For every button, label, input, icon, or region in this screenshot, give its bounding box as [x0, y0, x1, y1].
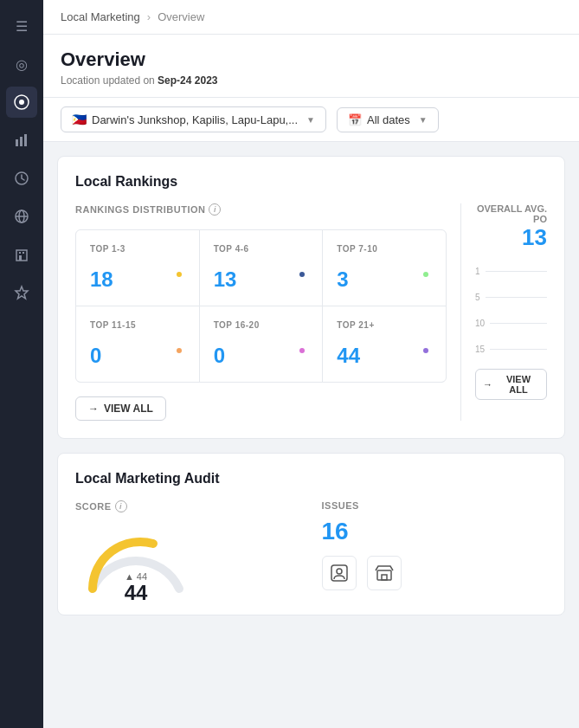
- svg-rect-10: [19, 255, 22, 261]
- ranking-cell-top16-20: TOP 16-20 0: [200, 306, 323, 382]
- breadcrumb-separator: ›: [147, 10, 151, 23]
- svg-rect-17: [382, 575, 387, 580]
- ranking-count: 3: [337, 267, 432, 292]
- ranking-count: 0: [214, 344, 309, 368]
- ranking-dot: [177, 348, 182, 353]
- sidebar: ☰ ◎: [0, 0, 43, 728]
- overall-avg-value: 13: [475, 224, 547, 251]
- ranking-dot: [177, 272, 182, 277]
- range-label: TOP 4-6: [214, 244, 309, 254]
- issues-value: 16: [322, 518, 548, 545]
- info-icon[interactable]: i: [209, 203, 221, 216]
- rankings-right-chart: OVERALL AVG. PO 13 1 5 10: [460, 203, 547, 421]
- svg-rect-12: [23, 252, 24, 254]
- location-filter-button[interactable]: 🇵🇭 Darwin's Junkshop, Kapilis, Lapu-Lapu…: [61, 106, 326, 132]
- svg-point-1: [19, 100, 24, 105]
- ranking-count: 0: [90, 344, 185, 368]
- audit-issues-area: ISSUES 16: [322, 500, 548, 590]
- main-content: Local Marketing › Overview Overview Loca…: [43, 0, 579, 728]
- flag-icon: 🇵🇭: [72, 113, 87, 126]
- local-rankings-section: Local Rankings RANKINGS DISTRIBUTION i T…: [57, 156, 565, 439]
- gauge-value: 44: [125, 582, 148, 604]
- svg-rect-3: [20, 137, 23, 146]
- svg-rect-4: [24, 134, 27, 146]
- range-label: TOP 1-3: [90, 244, 185, 254]
- chart-line-10: 10: [475, 310, 547, 336]
- location-icon[interactable]: ◎: [6, 48, 37, 80]
- range-label: TOP 7-10: [337, 244, 432, 254]
- issues-label: ISSUES: [322, 500, 548, 511]
- chart-icon[interactable]: [6, 125, 37, 156]
- audit-section-title: Local Marketing Audit: [75, 471, 547, 486]
- arrow-right-icon-2: →: [483, 379, 492, 390]
- overall-avg: OVERALL AVG. PO 13: [475, 203, 547, 251]
- breadcrumb-current: Overview: [158, 10, 204, 23]
- rankings-left: RANKINGS DISTRIBUTION i TOP 1-3 18 TOP 4…: [75, 203, 447, 421]
- ranking-dot: [423, 272, 428, 277]
- range-label: TOP 16-20: [214, 320, 309, 330]
- store-icon-box[interactable]: [367, 556, 402, 590]
- page-content: Overview Location updated on Sep-24 2023…: [43, 35, 579, 728]
- svg-marker-13: [16, 287, 28, 299]
- gauge-container: ▲ 44 44: [75, 519, 196, 597]
- range-label: TOP 11-15: [90, 320, 185, 330]
- chart-line-5: 5: [475, 284, 547, 310]
- svg-rect-2: [16, 139, 18, 146]
- view-all-avg-button[interactable]: → VIEW ALL: [475, 369, 547, 400]
- ranking-cell-top4-6: TOP 4-6 13: [200, 230, 323, 306]
- page-header: Overview Location updated on Sep-24 2023: [43, 35, 579, 98]
- view-all-rankings-button[interactable]: → VIEW ALL: [75, 396, 166, 421]
- svg-point-15: [337, 569, 342, 574]
- local-audit-section: Local Marketing Audit SCORE i: [57, 453, 565, 615]
- chevron-down-icon: ▼: [306, 115, 315, 125]
- chevron-down-icon-2: ▼: [419, 115, 428, 125]
- ranking-cell-top11-15: TOP 11-15 0: [76, 306, 199, 382]
- calendar-icon: 📅: [348, 113, 362, 126]
- menu-icon[interactable]: ☰: [6, 10, 37, 42]
- topnav: Local Marketing › Overview: [43, 0, 579, 35]
- person-icon-box[interactable]: [322, 556, 357, 590]
- rankings-header: RANKINGS DISTRIBUTION i: [75, 203, 447, 216]
- ranking-count: 13: [214, 267, 309, 292]
- ranking-cell-top1-3: TOP 1-3 18: [76, 230, 199, 306]
- filters-bar: 🇵🇭 Darwin's Junkshop, Kapilis, Lapu-Lapu…: [43, 98, 579, 142]
- chart-line-15: 15: [475, 336, 547, 362]
- breadcrumb-parent[interactable]: Local Marketing: [61, 10, 140, 23]
- ranking-cell-top21plus: TOP 21+ 44: [323, 306, 446, 382]
- svg-rect-11: [19, 252, 21, 254]
- avg-chart: 1 5 10 15: [475, 258, 547, 362]
- ranking-count: 44: [337, 344, 432, 368]
- score-label: SCORE i: [75, 500, 301, 512]
- rankings-section-title: Local Rankings: [75, 174, 547, 190]
- star-icon[interactable]: [6, 277, 37, 308]
- page-title: Overview: [61, 48, 562, 71]
- audit-icons: [322, 556, 548, 590]
- rankings-content: RANKINGS DISTRIBUTION i TOP 1-3 18 TOP 4…: [75, 203, 547, 421]
- rankings-grid: TOP 1-3 18 TOP 4-6 13 TOP 7-10 3: [75, 229, 447, 383]
- ranking-cell-top7-10: TOP 7-10 3: [323, 230, 446, 306]
- arrow-right-icon: →: [88, 403, 99, 415]
- local-marketing-icon[interactable]: [6, 87, 37, 118]
- location-updated: Location updated on Sep-24 2023: [61, 74, 562, 87]
- chart-line-1: 1: [475, 258, 547, 284]
- overall-avg-label: OVERALL AVG. PO: [475, 203, 547, 224]
- ranking-dot: [423, 348, 428, 353]
- distribution-label: RANKINGS DISTRIBUTION i: [75, 203, 221, 216]
- audit-score-area: SCORE i ▲: [75, 500, 301, 597]
- range-label: TOP 21+: [337, 320, 432, 330]
- date-filter-button[interactable]: 📅 All dates ▼: [337, 107, 439, 132]
- score-info-icon[interactable]: i: [115, 500, 127, 512]
- location-label: Darwin's Junkshop, Kapilis, Lapu-Lapu,..…: [92, 113, 298, 126]
- update-date: Sep-24 2023: [158, 74, 217, 87]
- audit-metrics: SCORE i ▲: [75, 500, 547, 597]
- ranking-count: 18: [90, 267, 185, 292]
- date-label: All dates: [367, 113, 410, 126]
- building-icon[interactable]: [6, 239, 37, 270]
- clock-icon[interactable]: [6, 163, 37, 194]
- globe-icon[interactable]: [6, 201, 37, 232]
